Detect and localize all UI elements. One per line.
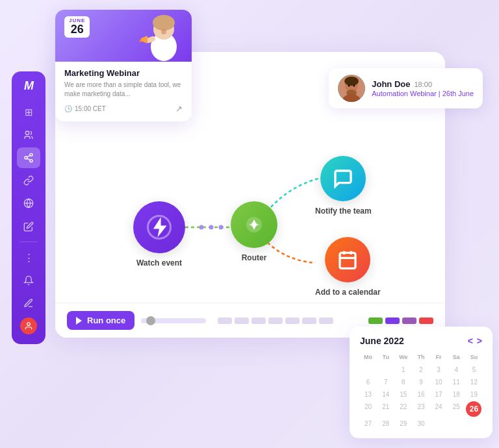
cal-day-active[interactable]: 26: [466, 401, 481, 417]
cal-day[interactable]: 17: [431, 389, 447, 400]
cal-day[interactable]: 4: [448, 364, 465, 375]
webinar-time: 🕒 15:00 CET: [64, 105, 106, 112]
webinar-title: Marketing Webinar: [64, 68, 183, 78]
calendar-header: June 2022 < >: [360, 336, 482, 346]
sidebar-item-pen[interactable]: [17, 293, 40, 314]
calendar-next-button[interactable]: >: [477, 336, 482, 346]
svg-point-20: [153, 15, 175, 31]
toolbar-blocks: [218, 317, 333, 324]
calendar-grid: Mo Tu We Th Fr Sa Su 1 2 3 4 5 6 7 8 9 1…: [360, 353, 482, 429]
cal-header-th: Th: [413, 353, 429, 363]
svg-point-11: [209, 225, 214, 230]
cal-header-su: Su: [466, 353, 482, 363]
cal-header-fr: Fr: [431, 353, 447, 363]
cal-day[interactable]: 29: [395, 418, 411, 429]
sidebar-item-share[interactable]: [17, 147, 40, 168]
sidebar-item-edit[interactable]: [17, 216, 40, 236]
cal-day[interactable]: 18: [448, 389, 465, 400]
cal-header-tu: Tu: [377, 353, 394, 363]
toolbar-block-3: [251, 317, 266, 324]
calendar-month-year: June 2022: [360, 336, 404, 346]
cal-day[interactable]: 13: [360, 389, 376, 400]
sidebar-item-link[interactable]: [17, 171, 40, 191]
cal-day[interactable]: 8: [395, 377, 411, 388]
cal-day[interactable]: [360, 364, 376, 375]
sidebar-divider: [19, 242, 38, 242]
slider-thumb: [146, 316, 155, 325]
cal-header-sa: Sa: [448, 353, 465, 363]
share-icon[interactable]: ↗: [175, 104, 183, 114]
svg-point-21: [161, 29, 166, 34]
sidebar-item-more[interactable]: ⋮: [17, 247, 40, 268]
cal-day[interactable]: 20: [360, 401, 376, 417]
svg-point-10: [199, 225, 204, 230]
notification-card: John Doe 18:00 Automation Webinar | 26th…: [329, 68, 483, 108]
color-block-red: [419, 317, 433, 324]
toolbar-slider[interactable]: [141, 318, 206, 323]
cal-day[interactable]: 21: [377, 401, 394, 417]
cal-day[interactable]: 16: [413, 389, 429, 400]
sidebar-item-users[interactable]: [17, 125, 40, 145]
calendar-label: Add to a calendar: [315, 288, 381, 297]
cal-day[interactable]: 9: [413, 377, 429, 388]
svg-point-30: [348, 85, 350, 87]
svg-point-12: [219, 225, 224, 230]
cal-day[interactable]: 27: [360, 418, 376, 429]
cal-day[interactable]: 19: [466, 389, 482, 400]
cal-day[interactable]: 2: [413, 364, 429, 375]
notification-name: John Doe 18:00: [372, 79, 474, 89]
svg-marker-23: [141, 36, 147, 44]
svg-point-8: [27, 323, 31, 326]
notification-avatar: [338, 75, 365, 102]
toolbar-block-5: [285, 317, 300, 324]
cal-day[interactable]: [377, 364, 394, 375]
webinar-card-body: Marketing Webinar We are more than a sim…: [55, 62, 192, 121]
webinar-day: 26: [69, 23, 85, 36]
node-watch-event[interactable]: Watch event: [133, 201, 185, 268]
clock-icon: 🕒: [64, 105, 72, 112]
cal-day[interactable]: 10: [431, 377, 447, 388]
webinar-card-header: JUNE 26: [55, 10, 192, 62]
run-once-button[interactable]: Run once: [67, 311, 134, 330]
webinar-date-badge: JUNE 26: [64, 16, 90, 38]
cal-day[interactable]: 22: [395, 401, 411, 417]
color-block-green: [368, 317, 383, 324]
cal-day[interactable]: 30: [413, 418, 429, 429]
cal-day[interactable]: 5: [466, 364, 482, 375]
cal-day[interactable]: 12: [466, 377, 482, 388]
calendar-card: June 2022 < > Mo Tu We Th Fr Sa Su 1 2 3…: [350, 327, 493, 438]
toolbar-block-1: [218, 317, 232, 324]
sidebar-item-profile[interactable]: [17, 316, 40, 336]
svg-line-4: [27, 158, 31, 160]
sidebar-item-globe[interactable]: [17, 193, 40, 214]
play-icon: [76, 317, 82, 325]
cal-day[interactable]: 15: [395, 389, 411, 400]
toolbar-block-2: [235, 317, 249, 324]
cal-day[interactable]: 7: [377, 377, 394, 388]
flow-area: Watch event Router Notify the team: [94, 123, 432, 299]
svg-point-1: [30, 153, 32, 156]
node-add-calendar[interactable]: Add to a calendar: [315, 237, 381, 297]
cal-day[interactable]: 14: [377, 389, 394, 400]
notification-time: 18:00: [414, 81, 432, 88]
node-notify-team[interactable]: Notify the team: [315, 156, 372, 216]
cal-day[interactable]: 1: [395, 364, 411, 375]
notification-name-text: John Doe: [372, 79, 410, 89]
cal-day[interactable]: 3: [431, 364, 447, 375]
router-label: Router: [242, 253, 267, 262]
cal-day[interactable]: 28: [377, 418, 394, 429]
notify-team-label: Notify the team: [315, 206, 372, 216]
toolbar-block-7: [319, 317, 333, 324]
calendar-prev-button[interactable]: <: [468, 336, 473, 346]
cal-day[interactable]: 25: [448, 401, 465, 417]
cal-day[interactable]: 11: [448, 377, 465, 388]
cal-day[interactable]: 24: [431, 401, 447, 417]
cal-day[interactable]: 23: [413, 401, 429, 417]
node-router[interactable]: Router: [231, 201, 277, 262]
sidebar-item-notifications[interactable]: [17, 270, 40, 290]
sidebar-item-dashboard[interactable]: ⊞: [17, 102, 40, 122]
toolbar-block-4: [268, 317, 283, 324]
toolbar-color-blocks: [368, 317, 433, 324]
color-block-purple2: [402, 317, 416, 324]
cal-day[interactable]: 6: [360, 377, 376, 388]
